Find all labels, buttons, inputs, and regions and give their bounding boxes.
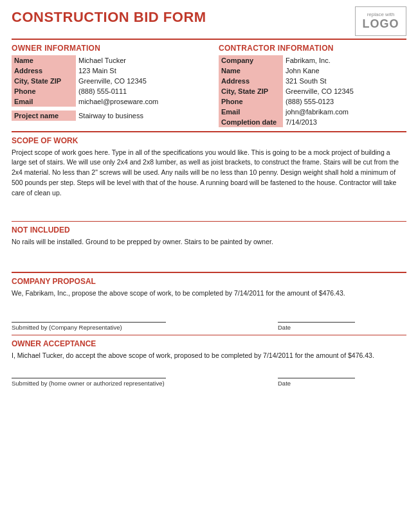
- table-row: Name Michael Tucker: [12, 55, 199, 66]
- proposal-divider: [12, 272, 406, 273]
- table-row: Address 321 South St: [219, 76, 406, 86]
- col-spacer: [199, 44, 219, 127]
- sig2-block: Submitted by (home owner or authorized r…: [12, 378, 166, 387]
- owner-project-value: Stairway to business: [76, 111, 199, 121]
- contractor-table: Company Fabrikam, Inc. Name John Kane Ad…: [219, 55, 406, 127]
- owner-acceptance-content: I, Michael Tucker, do accept the above s…: [12, 350, 406, 369]
- table-row: Phone (888) 555-0123: [219, 96, 406, 107]
- table-row: Phone (888) 555-0111: [12, 86, 199, 96]
- owner-address-value: 123 Main St: [76, 66, 199, 76]
- contractor-address-value: 321 South St: [283, 76, 406, 86]
- sig2-row: Submitted by (home owner or authorized r…: [12, 378, 406, 387]
- table-row: Email john@fabrikam.com: [219, 107, 406, 117]
- owner-acceptance-divider: [12, 335, 406, 336]
- owner-city-value: Greenville, CO 12345: [76, 76, 199, 86]
- owner-acceptance-heading: OWNER ACCEPTANCE: [12, 339, 406, 348]
- sig1-date-label: Date: [278, 324, 406, 331]
- sig1-label: Submitted by (Company Representative): [12, 324, 166, 331]
- table-row: City, State ZIP Greenville, CO 12345: [219, 86, 406, 96]
- contractor-name-value: John Kane: [283, 66, 406, 76]
- sig2-date-label: Date: [278, 380, 406, 387]
- contractor-heading: CONTRACTOR INFORMATION: [219, 44, 406, 53]
- logo-text: LOGO: [363, 17, 399, 31]
- contractor-completion-value: 7/14/2013: [283, 117, 406, 127]
- not-included-divider: [12, 221, 406, 222]
- table-row: Project name Stairway to business: [12, 111, 199, 121]
- owner-city-label: City, State ZIP: [12, 76, 76, 86]
- not-included-section: NOT INCLUDED No rails will be installed.…: [12, 226, 406, 268]
- sig2-date-block: Date: [278, 378, 406, 387]
- sig2-date-line: [278, 378, 355, 378]
- owner-email-value: michael@proseware.com: [76, 96, 199, 107]
- page-title: CONSTRUCTION BID FORM: [12, 9, 206, 26]
- contractor-company-label: Company: [219, 55, 283, 66]
- sig1-row: Submitted by (Company Representative) Da…: [12, 322, 406, 331]
- owner-heading: OWNER INFORMATION: [12, 44, 199, 53]
- table-row: Address 123 Main St: [12, 66, 199, 76]
- table-row: Company Fabrikam, Inc.: [219, 55, 406, 66]
- sig1-section: Submitted by (Company Representative) Da…: [12, 322, 406, 331]
- sig1-date-line: [278, 322, 355, 323]
- sig2-section: Submitted by (home owner or authorized r…: [12, 378, 406, 387]
- header-divider: [12, 39, 406, 40]
- contractor-completion-label: Completion date: [219, 117, 283, 127]
- owner-name-value: Michael Tucker: [76, 55, 199, 66]
- owner-email-label: Email: [12, 96, 76, 107]
- contractor-city-value: Greenville, CO 12345: [283, 86, 406, 96]
- sig2-label: Submitted by (home owner or authorized r…: [12, 380, 166, 387]
- proposal-content: We, Fabrikam, Inc., propose the above sc…: [12, 287, 406, 313]
- not-included-content: No rails will be installed. Ground to be…: [12, 236, 406, 268]
- contractor-company-value: Fabrikam, Inc.: [283, 55, 406, 66]
- contractor-city-label: City, State ZIP: [219, 86, 283, 96]
- sig1-date-block: Date: [278, 322, 406, 331]
- owner-table: Name Michael Tucker Address 123 Main St …: [12, 55, 199, 121]
- owner-info-col: OWNER INFORMATION Name Michael Tucker Ad…: [12, 44, 199, 127]
- sig1-block: Submitted by (Company Representative): [12, 322, 166, 331]
- owner-project-label: Project name: [12, 111, 76, 121]
- logo-box: replace with LOGO: [355, 6, 406, 36]
- owner-name-label: Name: [12, 55, 76, 66]
- proposal-section: COMPANY PROPOSAL We, Fabrikam, Inc., pro…: [12, 277, 406, 313]
- scope-divider: [12, 131, 406, 132]
- contractor-email-value: john@fabrikam.com: [283, 107, 406, 117]
- contractor-info-col: CONTRACTOR INFORMATION Company Fabrikam,…: [219, 44, 406, 127]
- proposal-heading: COMPANY PROPOSAL: [12, 277, 406, 286]
- logo-replace-text: replace with: [367, 12, 395, 17]
- sig1-line: [12, 322, 166, 323]
- page-header: CONSTRUCTION BID FORM replace with LOGO: [12, 6, 406, 36]
- contractor-email-label: Email: [219, 107, 283, 117]
- owner-address-label: Address: [12, 66, 76, 76]
- contractor-address-label: Address: [219, 76, 283, 86]
- owner-acceptance-section: OWNER ACCEPTANCE I, Michael Tucker, do a…: [12, 339, 406, 369]
- table-row: Name John Kane: [219, 66, 406, 76]
- table-row: Completion date 7/14/2013: [219, 117, 406, 127]
- scope-heading: SCOPE OF WORK: [12, 136, 406, 145]
- contractor-name-label: Name: [219, 66, 283, 76]
- owner-phone-label: Phone: [12, 86, 76, 96]
- owner-phone-value: (888) 555-0111: [76, 86, 199, 96]
- contractor-phone-label: Phone: [219, 96, 283, 107]
- scope-section: SCOPE OF WORK Project scope of work goes…: [12, 136, 406, 217]
- contractor-phone-value: (888) 555-0123: [283, 96, 406, 107]
- not-included-heading: NOT INCLUDED: [12, 226, 406, 235]
- table-row: City, State ZIP Greenville, CO 12345: [12, 76, 199, 86]
- info-section: OWNER INFORMATION Name Michael Tucker Ad…: [12, 44, 406, 127]
- sig2-line: [12, 378, 166, 378]
- scope-content: Project scope of work goes here. Type in…: [12, 146, 406, 217]
- table-row: Email michael@proseware.com: [12, 96, 199, 107]
